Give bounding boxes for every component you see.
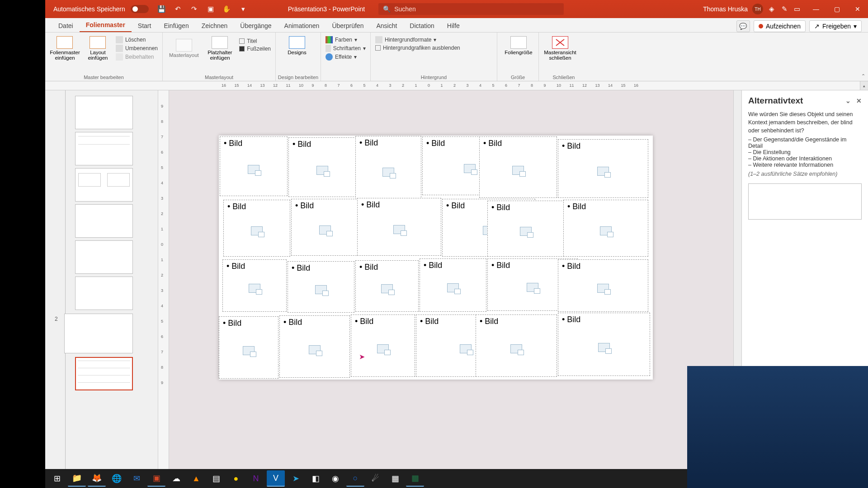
insert-placeholder-button[interactable]: Platzhalter einfügen — [203, 34, 237, 61]
share-button[interactable]: ↗Freigeben▾ — [809, 20, 862, 32]
image-placeholder[interactable]: Bild — [351, 314, 415, 377]
delete-button[interactable]: Löschen — [116, 36, 158, 43]
image-placeholder[interactable]: Bild — [357, 198, 441, 256]
layout-thumb-4[interactable] — [75, 204, 133, 238]
slide-canvas[interactable]: 09.04.2023 Fußzeile ‹Nr.› BildBildBildBi… — [169, 90, 741, 478]
undo-icon[interactable]: ↶ — [174, 5, 182, 13]
layout-thumb-selected[interactable] — [75, 357, 133, 390]
tab-hilfe[interactable]: Hilfe — [441, 19, 466, 32]
pane-close-icon[interactable]: ✕ — [856, 97, 862, 104]
image-placeholder[interactable]: Bild — [291, 199, 359, 256]
from-beginning-icon[interactable]: ▣ — [207, 5, 215, 13]
effects-button[interactable]: Effekte ▾ — [326, 53, 366, 61]
image-placeholder[interactable]: Bild — [420, 258, 486, 312]
master-thumb-2[interactable]: 2 — [64, 314, 133, 353]
image-placeholder[interactable]: Bild — [487, 201, 564, 257]
outlook-icon[interactable]: ✉ — [127, 470, 146, 487]
search-box[interactable]: 🔍 — [378, 3, 564, 15]
tab-datei[interactable]: Datei — [52, 19, 80, 32]
image-placeholder[interactable]: Bild — [558, 313, 650, 376]
image-placeholder[interactable]: Bild — [558, 259, 648, 312]
image-placeholder[interactable]: Bild — [220, 136, 288, 196]
tab-dictation[interactable]: Dictation — [403, 19, 440, 32]
app-icon-7[interactable]: ▦ — [386, 470, 404, 487]
image-placeholder[interactable]: Bild — [476, 314, 557, 377]
image-placeholder[interactable]: Bild — [355, 260, 419, 312]
layout-thumb-5[interactable] — [75, 240, 133, 274]
tab-uebergaenge[interactable]: Übergänge — [234, 19, 278, 32]
tab-start[interactable]: Start — [132, 19, 158, 32]
save-icon[interactable]: 💾 — [158, 5, 166, 13]
colors-button[interactable]: Farben ▾ — [326, 36, 366, 43]
close-button[interactable]: ✕ — [847, 0, 868, 18]
hide-bg-checkbox[interactable]: Hintergrundgrafiken ausblenden — [375, 45, 492, 51]
window-icon[interactable]: ▭ — [793, 5, 801, 13]
scroll-up-button[interactable]: ▴ — [860, 81, 868, 90]
tab-folienmaster[interactable]: Folienmaster — [80, 19, 132, 32]
ribbon-collapse-icon[interactable]: ⌃ — [861, 73, 865, 79]
image-placeholder[interactable]: Bild — [279, 315, 350, 378]
designs-button[interactable]: Designs — [280, 34, 314, 55]
slide-size-button[interactable]: Foliengröße — [502, 34, 535, 55]
diamond-icon[interactable]: ◈ — [768, 5, 776, 13]
image-placeholder[interactable]: Bild — [355, 136, 421, 202]
firefox-icon[interactable]: 🦊 — [88, 470, 106, 487]
master-layout-button[interactable]: Masterlayout — [167, 34, 201, 61]
preserve-button[interactable]: Beibehalten — [116, 53, 158, 61]
image-placeholder[interactable]: Bild — [288, 137, 356, 197]
image-placeholder[interactable]: Bild — [222, 259, 287, 312]
maximize-button[interactable]: ▢ — [826, 0, 847, 18]
app-v-icon[interactable]: V — [267, 470, 285, 487]
tab-einfuegen[interactable]: Einfügen — [157, 19, 195, 32]
tab-ansicht[interactable]: Ansicht — [370, 19, 403, 32]
background-styles-button[interactable]: Hintergrundformate ▾ — [375, 36, 492, 43]
layout-thumb-1[interactable] — [75, 96, 133, 129]
excel-icon[interactable]: ▦ — [406, 470, 424, 487]
image-placeholder[interactable]: Bild — [558, 139, 648, 198]
app-icon-4[interactable]: ◧ — [307, 470, 325, 487]
image-placeholder[interactable]: Bild — [479, 136, 557, 198]
pane-collapse-icon[interactable]: ⌄ — [845, 97, 851, 104]
title-checkbox[interactable]: Titel — [239, 38, 271, 44]
image-placeholder[interactable]: Bild — [219, 316, 278, 379]
image-placeholder[interactable]: Bild — [563, 200, 648, 257]
redo-icon[interactable]: ↷ — [190, 5, 198, 13]
insert-layout-button[interactable]: Layout einfügen — [83, 34, 113, 61]
search-input[interactable] — [394, 5, 559, 13]
fonts-button[interactable]: Schriftarten ▾ — [326, 45, 366, 52]
vlc-icon[interactable]: ▲ — [187, 470, 205, 487]
obs-icon[interactable]: ◉ — [326, 470, 344, 487]
image-placeholder[interactable]: Bild — [223, 200, 290, 257]
powerpoint-icon[interactable]: ▣ — [147, 470, 165, 487]
explorer-icon[interactable]: 📁 — [68, 470, 86, 487]
tab-zeichnen[interactable]: Zeichnen — [195, 19, 234, 32]
app-icon-6[interactable]: ☄ — [366, 470, 384, 487]
layout-thumb-2[interactable] — [75, 132, 133, 165]
tab-ueberpruefen[interactable]: Überprüfen — [326, 19, 370, 32]
app-icon-5[interactable]: ○ — [346, 470, 364, 487]
close-master-button[interactable]: Masteransicht schließen — [543, 34, 577, 61]
record-button[interactable]: Aufzeichnen — [754, 20, 806, 32]
qat-more-icon[interactable]: ▾ — [239, 5, 247, 13]
layout-thumb-3[interactable] — [75, 168, 133, 202]
insert-slide-master-button[interactable]: Folienmaster einfügen — [50, 34, 80, 61]
pen-icon[interactable]: ✎ — [780, 5, 788, 13]
user-avatar[interactable]: TH — [752, 4, 763, 14]
autosave-toggle[interactable] — [131, 5, 149, 13]
minimize-button[interactable]: — — [806, 0, 826, 18]
app-icon-1[interactable]: ☁ — [167, 470, 185, 487]
touch-mode-icon[interactable]: ✋ — [223, 5, 231, 13]
image-placeholder[interactable]: Bild — [288, 261, 354, 313]
app-icon-2[interactable]: ▤ — [207, 470, 225, 487]
telegram-icon[interactable]: ➤ — [287, 470, 305, 487]
onenote-icon[interactable]: N — [247, 470, 265, 487]
app-icon-3[interactable]: ● — [227, 470, 245, 487]
rename-button[interactable]: Umbenennen — [116, 45, 158, 52]
thumbnails-pane[interactable]: 2 — [45, 90, 158, 478]
start-button[interactable]: ⊞ — [48, 470, 66, 487]
tab-animationen[interactable]: Animationen — [278, 19, 326, 32]
alt-text-input[interactable] — [748, 183, 862, 220]
layout-thumb-6[interactable] — [75, 277, 133, 310]
footer-checkbox[interactable]: Fußzeilen — [239, 46, 271, 52]
comments-button[interactable]: 💬 — [736, 20, 750, 32]
